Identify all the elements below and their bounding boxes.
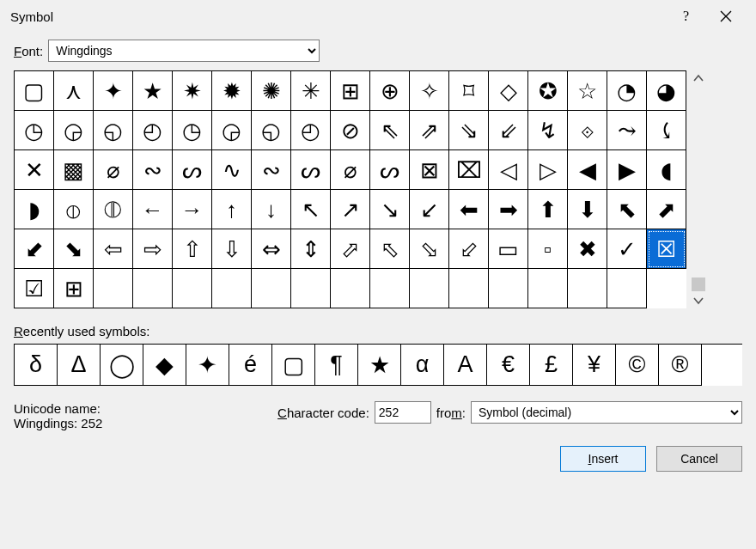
symbol-cell[interactable]: ▭ [489,229,528,269]
recent-symbol-cell[interactable]: ◯ [101,345,143,386]
symbol-cell[interactable] [252,269,291,308]
symbol-cell[interactable]: ▫ [528,229,568,269]
symbol-cell[interactable]: ↓ [252,190,291,229]
symbol-cell[interactable]: ◵ [94,111,133,150]
symbol-cell[interactable]: ⇗ [410,111,449,150]
symbol-cell[interactable]: ⇙ [489,111,528,150]
symbol-cell[interactable]: ◴ [291,111,331,150]
symbol-cell[interactable]: ✪ [528,71,568,111]
symbol-grid[interactable]: ▢⋏✦★✷✹✺✳⊞⊕✧⌑◇✪☆◔◕◷◶◵◴◷◶◵◴⊘⇖⇗⇘⇙↯⟐⤳⤹✕▩⌀∾ᔕ∿… [14,70,686,308]
symbol-cell[interactable]: ⬉ [607,190,647,229]
symbol-cell[interactable] [489,269,528,308]
symbol-cell[interactable]: ✖ [568,229,607,269]
symbol-cell[interactable]: ⇨ [133,229,173,269]
symbol-cell[interactable]: ⤳ [607,111,647,150]
symbol-cell[interactable]: ⊞ [54,269,94,308]
symbol-cell[interactable]: ↯ [528,111,568,150]
symbol-cell[interactable]: ◔ [607,71,647,111]
symbol-cell[interactable]: ↘ [370,190,410,229]
symbol-cell[interactable] [449,269,489,308]
symbol-cell[interactable]: ⊞ [331,71,370,111]
symbol-cell[interactable]: ∿ [212,150,252,190]
recent-symbol-cell[interactable]: δ [15,345,58,386]
recent-symbol-cell[interactable]: ¥ [573,345,616,386]
symbol-cell[interactable]: ☑ [15,269,54,308]
symbol-cell[interactable]: ◇ [489,71,528,111]
symbol-cell[interactable]: ✦ [94,71,133,111]
symbol-cell[interactable]: ⬅ [449,190,489,229]
recent-symbol-cell[interactable]: ¶ [315,345,358,386]
close-button[interactable] [706,3,746,29]
symbol-cell[interactable] [410,269,449,308]
symbol-cell[interactable]: ◶ [212,111,252,150]
symbol-cell[interactable]: ⇧ [173,229,212,269]
symbol-cell[interactable]: ◶ [54,111,94,150]
symbol-cell[interactable] [331,269,370,308]
recent-symbol-cell[interactable]: ▢ [272,345,315,386]
scroll-up-icon[interactable] [692,74,705,82]
cancel-button[interactable]: Cancel [656,446,742,472]
symbol-cell[interactable]: ⊠ [410,150,449,190]
symbol-cell[interactable] [133,269,173,308]
symbol-cell[interactable]: ⤹ [647,111,686,150]
from-combo[interactable]: Symbol (decimal) [471,401,742,424]
symbol-cell[interactable]: ★ [133,71,173,111]
symbol-cell[interactable]: ✳ [291,71,331,111]
symbol-cell[interactable]: ◕ [647,71,686,111]
symbol-cell[interactable]: ✕ [15,150,54,190]
recent-symbol-cell[interactable]: © [616,345,659,386]
symbol-cell[interactable]: ∾ [252,150,291,190]
symbol-cell[interactable]: ⦶ [54,190,94,229]
symbol-cell[interactable]: ᔕ [173,150,212,190]
symbol-cell[interactable]: ᔕ [291,150,331,190]
recent-symbol-cell[interactable]: € [487,345,530,386]
symbol-cell[interactable]: ▶ [607,150,647,190]
symbol-cell[interactable]: ⇩ [212,229,252,269]
recent-symbol-cell[interactable]: ✦ [186,345,229,386]
symbol-cell[interactable]: ☒ [647,229,686,269]
symbol-cell[interactable]: ⬁ [370,229,410,269]
symbol-cell[interactable]: ▷ [528,150,568,190]
symbol-cell[interactable]: ↗ [331,190,370,229]
recent-symbol-cell[interactable]: Δ [58,345,101,386]
recent-symbols-grid[interactable]: δΔ◯◆✦é▢¶★αA€£¥©® [14,344,742,386]
symbol-cell[interactable]: ⇘ [449,111,489,150]
symbol-cell[interactable]: ⬆ [528,190,568,229]
help-button[interactable]: ? [667,3,706,29]
recent-symbol-cell[interactable]: ★ [358,345,401,386]
symbol-cell[interactable]: ◗ [15,190,54,229]
symbol-cell[interactable]: ∾ [133,150,173,190]
symbol-cell[interactable]: ⌀ [94,150,133,190]
symbol-cell[interactable] [173,269,212,308]
symbol-cell[interactable]: ✹ [212,71,252,111]
symbol-cell[interactable]: ▩ [54,150,94,190]
insert-button[interactable]: Insert [560,446,646,472]
symbol-cell[interactable]: ◷ [173,111,212,150]
symbol-cell[interactable]: ⬀ [331,229,370,269]
symbol-cell[interactable] [370,269,410,308]
symbol-cell[interactable]: ⌑ [449,71,489,111]
recent-symbol-cell[interactable]: ◆ [143,345,186,386]
symbol-cell[interactable]: ✓ [607,229,647,269]
symbol-cell[interactable] [94,269,133,308]
symbol-cell[interactable]: ⌀ [331,150,370,190]
symbol-cell[interactable]: ⇖ [370,111,410,150]
symbol-cell[interactable]: ◁ [489,150,528,190]
scroll-down-icon[interactable] [692,296,705,305]
symbol-cell[interactable]: ✷ [173,71,212,111]
symbol-cell[interactable]: ᔕ [370,150,410,190]
recent-symbol-cell[interactable]: A [444,345,487,386]
symbol-cell[interactable]: ⬂ [410,229,449,269]
symbol-cell[interactable] [291,269,331,308]
symbol-cell[interactable]: ✺ [252,71,291,111]
symbol-cell[interactable]: ⬇ [568,190,607,229]
symbol-cell[interactable]: ➡ [489,190,528,229]
recent-symbol-cell[interactable]: £ [530,345,573,386]
symbol-cell[interactable]: ↑ [212,190,252,229]
symbol-cell[interactable]: ⋏ [54,71,94,111]
symbol-cell[interactable]: → [173,190,212,229]
recent-symbol-cell[interactable]: α [401,345,444,386]
symbol-cell[interactable]: ⟐ [568,111,607,150]
symbol-cell[interactable]: ⬃ [449,229,489,269]
symbol-cell[interactable]: ⇔ [252,229,291,269]
